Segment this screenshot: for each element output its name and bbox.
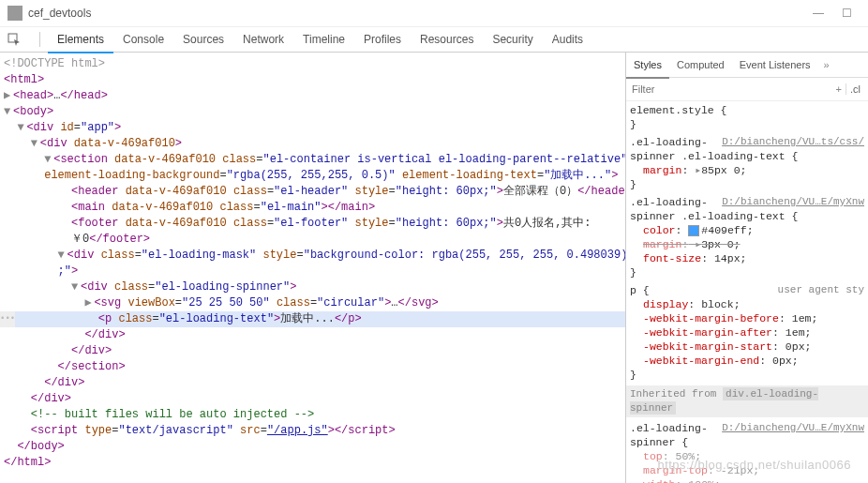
watermark-text: https://blog.csdn.net/shuilan0066: [657, 458, 851, 472]
dom-comment: <!-- built files will be auto injected -…: [31, 408, 314, 421]
app-icon: [7, 6, 22, 21]
style-rule-element[interactable]: element.style { }: [630, 103, 864, 131]
style-rule-ua[interactable]: user agent sty p { display: block; -webk…: [630, 283, 864, 382]
color-swatch-icon[interactable]: [688, 225, 699, 236]
cls-toggle[interactable]: .cl: [846, 83, 864, 95]
new-style-rule-button[interactable]: +: [832, 83, 846, 95]
devtools-toolbar: Elements Console Sources Network Timelin…: [0, 27, 868, 53]
dom-tree-panel[interactable]: <!DOCTYPE html> <html> ▶<head>…</head> ▼…: [0, 53, 625, 483]
side-tab-more-icon[interactable]: »: [818, 59, 835, 70]
style-rule-3[interactable]: D:/biancheng/VU…E/myXnw .el-loading-spin…: [630, 421, 864, 483]
tab-audits[interactable]: Audits: [543, 27, 592, 52]
style-rule-2[interactable]: D:/biancheng/VU…E/myXnw .el-loading-spin…: [630, 195, 864, 279]
tab-timeline[interactable]: Timeline: [293, 27, 354, 52]
window-title: cef_devtools: [28, 7, 91, 20]
tab-resources[interactable]: Resources: [411, 27, 483, 52]
dom-doctype[interactable]: <!DOCTYPE html>: [4, 57, 105, 70]
minimize-button[interactable]: —: [804, 7, 832, 20]
selected-dom-node[interactable]: ••• <p class="el-loading-text">加载中...</p…: [4, 311, 625, 327]
inherited-from-bar: Inherited from div.el-loading-spinner: [626, 385, 868, 417]
stylesheet-link[interactable]: D:/biancheng/VU…E/myXnw: [722, 421, 864, 435]
style-rule-1[interactable]: D:/biancheng/VU…ts/css/ .el-loading-spin…: [630, 135, 864, 191]
side-tab-styles[interactable]: Styles: [626, 53, 669, 79]
inspect-icon[interactable]: [6, 31, 22, 48]
stylesheet-link[interactable]: D:/biancheng/VU…E/myXnw: [722, 195, 864, 209]
tab-sources[interactable]: Sources: [173, 27, 233, 52]
styles-filter-input[interactable]: [630, 83, 832, 96]
styles-panel: Styles Computed Event Listeners » + .cl …: [625, 53, 868, 483]
tab-elements[interactable]: Elements: [48, 27, 113, 53]
tab-security[interactable]: Security: [483, 27, 542, 52]
tab-network[interactable]: Network: [233, 27, 293, 52]
stylesheet-link[interactable]: D:/biancheng/VU…ts/css/: [722, 135, 864, 149]
window-titlebar: cef_devtools — ☐: [0, 0, 868, 27]
tab-console[interactable]: Console: [113, 27, 173, 52]
side-tab-computed[interactable]: Computed: [669, 53, 732, 77]
side-tab-event-listeners[interactable]: Event Listeners: [732, 53, 818, 77]
tab-profiles[interactable]: Profiles: [354, 27, 411, 52]
maximize-button[interactable]: ☐: [832, 7, 861, 20]
